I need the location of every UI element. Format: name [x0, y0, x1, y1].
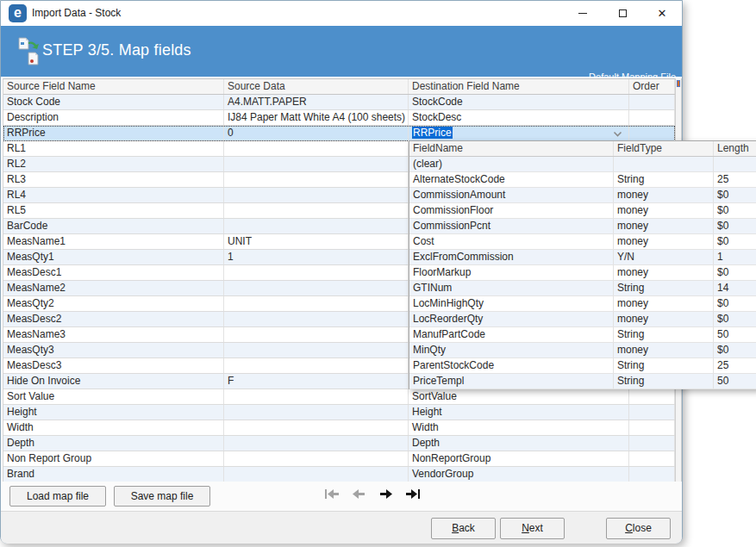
dropdown-rows: (clear)AlternateStockCodeString25Commiss…	[409, 157, 756, 389]
dropdown-fieldname-cell: Cost	[409, 234, 614, 249]
record-navigator	[324, 485, 420, 502]
dropdown-item[interactable]: CommissionPcntmoney$0	[409, 219, 756, 234]
source-data-cell	[224, 451, 409, 466]
source-data-cell: UNIT	[224, 234, 409, 249]
order-cell	[629, 436, 675, 451]
source-field-cell: Brand	[3, 467, 224, 482]
dropdown-fieldname-cell: PriceTempl	[409, 374, 614, 388]
dropdown-item[interactable]: GTINumString14	[409, 281, 756, 296]
save-map-file-button[interactable]: Save map file	[114, 486, 210, 507]
table-row[interactable]: WidthWidth	[3, 420, 675, 436]
table-row[interactable]: Sort ValueSortValue	[3, 389, 675, 405]
dropdown-fieldname-cell: LocReorderQty	[409, 312, 614, 326]
next-button[interactable]: Next	[500, 518, 565, 539]
source-data-cell	[224, 172, 409, 187]
table-row[interactable]: Non Report GroupNonReportGroup	[3, 451, 675, 467]
close-icon: ✕	[658, 7, 667, 20]
dropdown-length-cell: $0	[714, 265, 756, 280]
dropdown-fieldname-cell: CommissionFloor	[409, 203, 614, 218]
dropdown-item[interactable]: LocReorderQtymoney$0	[409, 312, 756, 327]
source-field-cell: RRPrice	[3, 126, 224, 140]
dropdown-item[interactable]: ParentStockCodeString25	[409, 358, 756, 374]
previous-record-button[interactable]	[351, 488, 366, 499]
source-field-cell: RL3	[3, 172, 224, 187]
table-row[interactable]: HeightHeight	[3, 405, 675, 420]
source-data-cell	[224, 141, 409, 156]
source-field-cell: RL2	[3, 157, 224, 171]
next-record-button[interactable]	[378, 488, 393, 499]
source-field-cell: Height	[3, 405, 224, 420]
back-button[interactable]: Back	[431, 518, 496, 539]
dropdown-item[interactable]: ExclFromCommissionY/N1	[409, 250, 756, 265]
close-button[interactable]: ✕	[642, 1, 682, 26]
minimize-button[interactable]	[563, 1, 603, 26]
source-field-cell: MeasName3	[3, 327, 224, 342]
table-row[interactable]: BrandVendorGroup	[3, 467, 675, 482]
dropdown-item[interactable]: ManufPartCodeString50	[409, 327, 756, 343]
scrollbar-thumb[interactable]	[677, 80, 680, 87]
import-documents-icon	[18, 37, 42, 66]
source-field-cell: Depth	[3, 436, 224, 451]
dropdown-fieldtype-cell: String	[614, 281, 714, 295]
source-data-cell	[224, 405, 409, 420]
dropdown-fieldtype-cell: String	[614, 374, 714, 388]
minimize-icon	[578, 13, 587, 14]
dropdown-item[interactable]: FloorMarkupmoney$0	[409, 265, 756, 281]
dropdown-length-cell: $0	[714, 188, 756, 202]
dropdown-fieldtype-cell: String	[614, 327, 714, 342]
dialog-action-bar: Back Next Close	[1, 512, 682, 544]
dropdown-fieldname-cell: ExclFromCommission	[409, 250, 614, 264]
destination-field-cell: SortValue	[409, 389, 629, 404]
source-data-cell	[224, 420, 409, 435]
maximize-button[interactable]	[603, 1, 642, 26]
table-row[interactable]: RRPrice0RRPrice	[3, 126, 675, 141]
dropdown-item[interactable]: PriceTemplString50	[409, 374, 756, 389]
close-dialog-button[interactable]: Close	[606, 518, 671, 539]
table-row[interactable]: DescriptionIJ84 Paper Matt White A4 (100…	[3, 110, 675, 126]
source-data-cell: F	[224, 374, 409, 388]
dropdown-length-cell: 50	[714, 374, 756, 388]
dropdown-fieldname-cell: LocMinHighQty	[409, 296, 614, 311]
dropdown-item[interactable]: Costmoney$0	[409, 234, 756, 250]
first-record-button[interactable]	[324, 488, 340, 499]
source-field-cell: Description	[3, 110, 224, 125]
order-cell	[629, 420, 675, 435]
dropdown-item[interactable]: (clear)	[409, 157, 756, 172]
order-cell	[629, 126, 675, 140]
destination-field-cell: Height	[409, 405, 629, 420]
order-cell	[629, 451, 675, 466]
last-record-icon	[405, 489, 420, 499]
last-record-button[interactable]	[404, 488, 420, 499]
destination-combo-selected-text[interactable]: RRPrice	[412, 127, 453, 139]
dropdown-item[interactable]: LocMinHighQtymoney$0	[409, 296, 756, 312]
dropdown-length-cell: 50	[714, 327, 756, 342]
chevron-down-icon[interactable]	[613, 128, 623, 139]
source-field-cell: MeasQty1	[3, 250, 224, 264]
dropdown-fieldtype-cell: String	[614, 358, 714, 373]
dropdown-fieldtype-cell: money	[614, 219, 714, 233]
first-record-icon	[325, 489, 340, 499]
dropdown-length-cell: $0	[714, 296, 756, 311]
source-data-cell	[224, 343, 409, 357]
destination-field-cell: Width	[409, 420, 629, 435]
table-row[interactable]: Stock CodeA4.MATT.PAPERStockCode	[3, 95, 675, 110]
dropdown-fieldtype-cell: money	[614, 188, 714, 202]
dropdown-length-cell: 25	[714, 358, 756, 373]
table-row[interactable]: DepthDepth	[3, 436, 675, 451]
dropdown-item[interactable]: MinQtymoney$0	[409, 343, 756, 358]
close-button-rest: lose	[633, 522, 652, 534]
dropdown-column-length: Length	[714, 141, 756, 156]
dropdown-item[interactable]: AlternateStockCodeString25	[409, 172, 756, 188]
source-data-cell	[224, 436, 409, 451]
source-data-cell: 0	[224, 126, 409, 140]
dropdown-item[interactable]: CommissionFloormoney$0	[409, 203, 756, 219]
dropdown-fieldtype-cell: String	[614, 172, 714, 187]
dropdown-fieldtype-cell: money	[614, 234, 714, 249]
source-field-cell: Width	[3, 420, 224, 435]
field-dropdown-popup: FieldName FieldType Length (clear)Altern…	[409, 140, 756, 389]
load-map-file-button[interactable]: Load map file	[9, 486, 106, 507]
dropdown-item[interactable]: CommissionAmountmoney$0	[409, 188, 756, 203]
title-bar[interactable]: e Import Data - Stock ✕	[1, 1, 682, 26]
window-title: Import Data - Stock	[32, 7, 121, 19]
next-button-accel: N	[522, 522, 529, 534]
